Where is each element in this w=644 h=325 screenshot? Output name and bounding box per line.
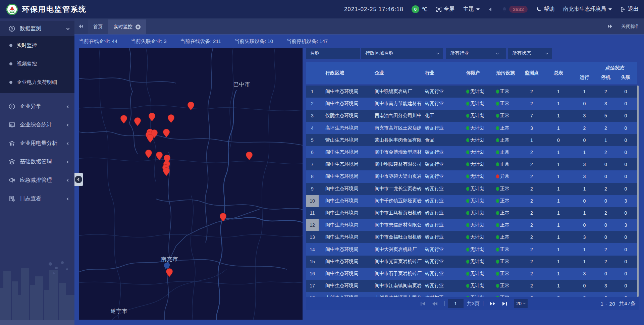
- table-row[interactable]: 4高坪生态环境局南充市高坪区王家店建砖瓦行业无计划正常31220: [306, 122, 637, 134]
- status-dot-icon: [466, 284, 469, 288]
- table-row[interactable]: 3仪陇生态环境局西南油气田分公司川中化工无计划正常71350: [306, 110, 637, 122]
- status-filter-select[interactable]: 所有状态: [508, 48, 552, 59]
- col-header-monitor[interactable]: 监测点: [518, 62, 545, 84]
- cell-monitor: 2: [518, 210, 545, 216]
- table-row[interactable]: 18南部生态环境局南部县改性沥青有限公建材加工无计划正常60060: [306, 292, 637, 297]
- row-number: 7: [306, 158, 319, 170]
- table-row[interactable]: 8阆中生态环境局阆中市枣碧大梁山页岩砖瓦行业无计划异常21300: [306, 170, 637, 182]
- table-row[interactable]: 17阆中生态环境局阆中市江南镇阆南页岩砖瓦行业无计划正常21030: [306, 280, 637, 292]
- close-operations-button[interactable]: 关闭操作: [621, 23, 640, 30]
- table-row[interactable]: 1阆中生态环境局阆中强锐页岩砖厂砖瓦行业无计划正常21120: [306, 86, 637, 98]
- theme-dropdown[interactable]: 主题: [463, 6, 480, 13]
- sound-button[interactable]: [488, 7, 493, 12]
- cell-lost: 0: [614, 101, 637, 106]
- logout-button[interactable]: 退出: [621, 6, 639, 13]
- status-dot-icon: [496, 223, 499, 227]
- cell-run: 0: [572, 138, 597, 143]
- table-row[interactable]: 11阆中生态环境局阆中市五马桥页岩机砖砖瓦行业无计划正常21120: [306, 207, 637, 219]
- sidebar-subitem-2[interactable]: 企业电力负荷明细: [0, 73, 74, 92]
- city-label: 南充市: [161, 256, 178, 263]
- cell-company: 阆中市江南镇阆南页岩: [368, 283, 422, 289]
- sidebar-item-data-monitor[interactable]: 数据监测: [0, 21, 74, 36]
- table-row[interactable]: 13阆中生态环境局阆中市金福旺页岩机砖砖瓦行业无计划正常21300: [306, 231, 637, 243]
- table-row[interactable]: 10阆中生态环境局阆中千佛镇五郎垭页岩砖瓦行业无计划正常21003: [306, 195, 637, 207]
- fullscreen-icon: [436, 7, 441, 12]
- industry-filter-select[interactable]: 所有行业: [446, 48, 506, 59]
- cell-total: 0: [545, 138, 572, 143]
- col-header-lost[interactable]: 失联: [614, 74, 637, 80]
- sidebar-item-5[interactable]: 应急减排管理: [0, 171, 74, 189]
- table-row[interactable]: 6阆中生态环境局阆中市金博瑞新型墙材砖瓦行业无计划正常21120: [306, 146, 637, 158]
- next-page-button[interactable]: [490, 302, 495, 306]
- cell-halt: 2: [597, 186, 614, 192]
- sidebar-menu: 企业异常企业综合统计企业用电量分析基础数据管理应急减排管理日志查看: [0, 97, 74, 208]
- col-header-run[interactable]: 运行: [572, 74, 597, 80]
- col-header-total[interactable]: 总表: [545, 62, 572, 84]
- tab-realtime-monitor[interactable]: 实时监控 ✕: [108, 19, 146, 34]
- cell-total: 1: [545, 259, 572, 264]
- cell-industry: 砖瓦行业: [422, 259, 459, 265]
- col-header-stop[interactable]: 停限产: [459, 62, 490, 84]
- cell-run: 3: [572, 174, 597, 179]
- org-dropdown[interactable]: 南充市生态环境局: [563, 6, 612, 13]
- cell-company: 阆中市南方节能建材有: [368, 101, 422, 107]
- last-page-button[interactable]: [502, 302, 507, 306]
- cell-industry: 砖瓦行业: [422, 271, 459, 277]
- col-header-region[interactable]: 行政区域: [319, 62, 368, 84]
- page-size-select[interactable]: 20: [514, 299, 528, 308]
- sidebar-item-3[interactable]: 企业用电量分析: [0, 134, 74, 153]
- cell-company: 阆中市光富页岩机砖厂: [368, 259, 422, 265]
- sidebar-item-6[interactable]: 日志查看: [0, 189, 74, 208]
- table-row[interactable]: 5营山生态环境局营山县润丰肉食品有限食品无计划正常10010: [306, 134, 637, 146]
- cell-run: 2: [572, 125, 597, 131]
- table-row[interactable]: 15阆中生态环境局阆中市光富页岩机砖厂砖瓦行业无计划正常21120: [306, 256, 637, 268]
- status-dot-icon: [496, 102, 499, 106]
- table-row[interactable]: 14阆中生态环境局阆中大兴页岩机砖厂砖瓦行业无计划正常21120: [306, 243, 637, 255]
- table-row[interactable]: 12阆中生态环境局阆中市忠信建材有限公砖瓦行业无计划正常21003: [306, 219, 637, 231]
- cell-company: 阆中市金福旺页岩机砖: [368, 234, 422, 240]
- sidebar-item-4[interactable]: 基础数据管理: [0, 153, 74, 171]
- status-dot-icon: [466, 211, 469, 215]
- page-number-input[interactable]: 1: [448, 299, 464, 308]
- first-page-button[interactable]: [420, 302, 425, 306]
- sidebar-item-1[interactable]: 企业异常: [0, 97, 74, 116]
- table-row[interactable]: 2阆中生态环境局阆中市南方节能建材有砖瓦行业无计划正常21030: [306, 98, 637, 110]
- col-header-facility[interactable]: 治污设施: [490, 62, 518, 84]
- chevron-left-icon: [67, 160, 69, 163]
- sidebar-subitem-0[interactable]: 实时监控: [0, 36, 74, 55]
- cell-total: 1: [545, 89, 572, 94]
- col-header-halt[interactable]: 停机: [597, 74, 614, 80]
- name-filter-input[interactable]: 名称: [306, 48, 360, 59]
- col-header-company[interactable]: 企业: [368, 62, 422, 84]
- fullscreen-button[interactable]: 全屏: [436, 6, 454, 13]
- table-row[interactable]: 7阆中生态环境局阆中明阳建材有限公司砖瓦行业无计划正常21300: [306, 158, 637, 170]
- help-button[interactable]: 帮助: [536, 6, 554, 13]
- cell-region: 阆中生态环境局: [319, 222, 368, 228]
- cell-industry: 砖瓦行业: [422, 283, 459, 289]
- logout-icon: [621, 7, 626, 12]
- cell-run: 0: [572, 198, 597, 204]
- stats-icon: [9, 122, 15, 128]
- cell-facility: 正常: [490, 283, 518, 289]
- col-header-industry[interactable]: 行业: [422, 62, 459, 84]
- double-arrow-right-icon[interactable]: [607, 24, 612, 29]
- table-row[interactable]: 16阆中生态环境局阆中市石子页岩机砖厂砖瓦行业无计划正常21300: [306, 268, 637, 280]
- cell-facility: 正常: [490, 137, 518, 143]
- tab-home[interactable]: 首页: [88, 19, 108, 34]
- sidebar-subitem-1[interactable]: 视频监控: [0, 55, 74, 73]
- tabs-scroll-left-button[interactable]: [74, 18, 88, 34]
- table-row[interactable]: 9阆中生态环境局阆中市二龙长宝页岩砖砖瓦行业无计划正常21120: [306, 183, 637, 195]
- cell-stop: 无计划: [459, 283, 490, 289]
- sidebar-item-2[interactable]: 企业综合统计: [0, 116, 74, 134]
- map-collapse-button[interactable]: [74, 173, 83, 186]
- status-dot-icon: [466, 102, 469, 106]
- map-panel[interactable]: 巴中市南充市遂宁市: [79, 48, 303, 320]
- table-scrollbar[interactable]: [637, 86, 639, 297]
- cell-industry: 砖瓦行业: [422, 89, 459, 95]
- notifications[interactable]: 2632: [502, 6, 528, 13]
- region-filter-select[interactable]: 行政区域名称: [361, 48, 443, 59]
- cell-total: 1: [545, 198, 572, 204]
- prev-page-button[interactable]: [432, 302, 438, 306]
- pagination-range: 1 - 20 共47条: [601, 297, 636, 310]
- close-tab-icon[interactable]: ✕: [136, 24, 141, 30]
